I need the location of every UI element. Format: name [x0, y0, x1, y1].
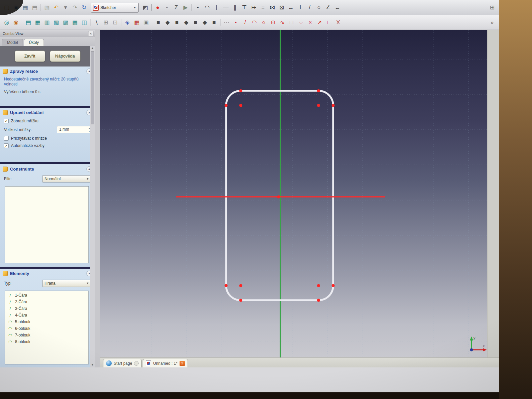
show-grid-checkbox[interactable]: ✓ — [4, 119, 9, 123]
sketch-3d-viewport[interactable]: yx — [100, 30, 487, 357]
view-left-icon[interactable]: ▩ — [70, 18, 79, 27]
grid-size-input[interactable]: 1 mm ▲▼ — [57, 126, 91, 133]
element-line-3[interactable]: / 3-Čára — [5, 305, 88, 312]
constraint-angle-icon[interactable]: ∠ — [324, 3, 333, 12]
constraint-distance-icon[interactable]: / — [305, 3, 314, 12]
sketch-external-icon[interactable]: ↗ — [315, 18, 324, 27]
element-arc-8[interactable]: ◠ 8-oblouk — [5, 338, 88, 345]
constraint-perpendicular-icon[interactable]: ⊤ — [240, 3, 249, 12]
constraint-radius-icon[interactable]: ○ — [314, 3, 324, 12]
workbench-selector[interactable]: Sketcher ▾ — [91, 3, 139, 13]
constraint-vertical-icon[interactable]: | — [212, 3, 221, 12]
macro-edit-icon[interactable]: Z — [172, 3, 181, 12]
sketch-polyline-icon[interactable]: ∿ — [278, 18, 287, 27]
view-bottom-icon[interactable]: ▨ — [61, 18, 70, 27]
scroll-down-icon[interactable]: ▼ — [90, 363, 95, 367]
scroll-up-icon[interactable]: ▲ — [90, 46, 95, 51]
constraint-vertical-distance-icon[interactable]: I — [296, 3, 305, 12]
view-fit-selection-icon[interactable]: ◉ — [11, 18, 21, 27]
element-line-1[interactable]: / 1-Čára — [5, 292, 88, 299]
nav-cube-left-icon[interactable]: ■ — [209, 18, 219, 27]
close-sketch-button[interactable]: Zavřít — [15, 51, 45, 62]
elements-type-select[interactable]: Hrana ▼ — [42, 280, 91, 287]
tab-model[interactable]: Model — [2, 39, 23, 46]
constraint-parallel-icon[interactable]: ∥ — [230, 3, 240, 12]
constraint-point-on-object-icon[interactable]: ↦ — [249, 3, 258, 12]
tab-unnamed-document[interactable]: Unnamed : 1* x — [143, 359, 188, 367]
print-icon[interactable]: ▤ — [30, 3, 39, 12]
solver-dof-message[interactable]: Nedostatečně zavazbený náčrt: 20 stupňů … — [0, 75, 95, 87]
constraints-header[interactable]: Constraints ▲ — [0, 164, 95, 173]
undo-dropdown-icon[interactable]: ▾ — [61, 3, 70, 12]
help-button[interactable]: Nápověda — [50, 51, 80, 62]
undo-icon[interactable]: ↶ — [52, 3, 61, 12]
view-fit-all-icon[interactable]: ◎ — [2, 18, 11, 27]
nav-cube-rear-icon[interactable]: ■ — [191, 18, 200, 27]
nav-cube-bottom-icon[interactable]: ◆ — [200, 18, 209, 27]
view-top-icon[interactable]: ▦ — [33, 18, 42, 27]
redo-icon[interactable]: ↷ — [70, 3, 79, 12]
texture-icon[interactable]: ⊞ — [101, 18, 110, 27]
close-tab-icon[interactable] — [134, 361, 139, 366]
draw-style-icon[interactable]: ∖ — [92, 18, 101, 27]
sketch-point-icon[interactable]: • — [231, 18, 240, 27]
elements-header[interactable]: Elementy ▲ — [0, 269, 95, 278]
auto-constraints-checkbox[interactable]: ✓ — [4, 143, 9, 148]
tab-start-page[interactable]: Start page — [103, 359, 142, 367]
view-axonometric-icon[interactable]: ◫ — [79, 18, 89, 27]
macro-record-icon[interactable]: ● — [153, 3, 162, 12]
sketch-circle-icon[interactable]: ○ — [259, 18, 268, 27]
nav-cube-right-icon[interactable]: ◆ — [182, 18, 191, 27]
paste-icon[interactable]: ▧ — [42, 3, 52, 12]
view-right-icon[interactable]: ▥ — [42, 18, 52, 27]
edit-controls-header[interactable]: Upravit ovládání ▲ — [0, 108, 95, 117]
constraint-coincident-icon[interactable]: • — [193, 3, 202, 12]
view-rear-icon[interactable]: ▧ — [52, 18, 61, 27]
refresh-icon[interactable]: ↻ — [79, 3, 89, 12]
sketch-conic-icon[interactable]: ⊙ — [268, 18, 278, 27]
grid-snap-checkbox[interactable]: ✓ — [4, 136, 9, 141]
nav-cube-front-icon[interactable]: ◆ — [163, 18, 172, 27]
element-line-2[interactable]: / 2-Čára — [5, 299, 88, 305]
macro-stop-icon[interactable]: ▪ — [162, 3, 172, 12]
element-line-4[interactable]: / 4-Čára — [5, 312, 88, 319]
constraint-equal-icon[interactable]: = — [258, 3, 268, 12]
sketch-delete-icon[interactable]: X — [333, 18, 343, 27]
panel-toggle-icon[interactable]: » — [487, 18, 497, 27]
sketch-construction-icon[interactable]: ∟ — [324, 18, 333, 27]
window-arrange-icon[interactable]: ⊞ — [487, 3, 497, 12]
tab-tasks[interactable]: Úkoly — [24, 39, 44, 46]
new-sketch-icon[interactable]: ▦ — [132, 18, 141, 27]
constraint-horizontal-distance-icon[interactable]: ↔ — [286, 3, 296, 12]
constraint-horizontal-icon[interactable]: — — [221, 3, 230, 12]
constraint-tangent-icon[interactable]: ◠ — [202, 3, 212, 12]
sketch-line-icon[interactable]: / — [240, 18, 250, 27]
element-arc-7[interactable]: ◠ 7-oblouk — [5, 332, 88, 338]
whats-this-icon[interactable]: ◩ — [141, 3, 150, 12]
panel-splitter[interactable] — [95, 30, 100, 367]
map-sketch-icon[interactable]: ▣ — [141, 18, 151, 27]
sketch-arc-icon[interactable]: ◠ — [250, 18, 259, 27]
nav-cube-iso-icon[interactable]: ■ — [154, 18, 163, 27]
element-arc-6[interactable]: ◠ 6-oblouk — [5, 325, 88, 332]
solver-messages-header[interactable]: Zprávy řešiče ▲ — [0, 66, 95, 75]
sketch-rectangle-icon[interactable]: □ — [287, 18, 296, 27]
constraints-filter-select[interactable]: Normální ▼ — [42, 175, 91, 183]
view-front-icon[interactable]: ▤ — [24, 18, 33, 27]
sketch-trim-icon[interactable]: × — [306, 18, 315, 27]
constraint-symmetric-icon[interactable]: ⋈ — [268, 3, 277, 12]
overflow-dots-icon[interactable]: ⋯ — [222, 18, 231, 27]
constraint-select-icon[interactable]: ← — [333, 3, 342, 12]
select-plane-icon[interactable]: ◈ — [123, 18, 132, 27]
sketch-fillet-icon[interactable]: ⌣ — [296, 18, 306, 27]
close-panel-icon[interactable]: × — [88, 31, 93, 36]
constraints-list[interactable] — [5, 186, 89, 263]
combo-view-scrollbar[interactable]: ▲ ▼ — [90, 46, 95, 367]
element-arc-5[interactable]: ◠ 5-oblouk — [5, 319, 88, 325]
scrollbar-thumb[interactable] — [91, 51, 94, 124]
document-status-icon[interactable]: x — [180, 361, 185, 366]
macro-play-icon[interactable]: ▶ — [181, 3, 190, 12]
nav-cube-top-icon[interactable]: ■ — [172, 18, 182, 27]
constraint-lock-icon[interactable]: ⊠ — [277, 3, 286, 12]
sketch-canvas[interactable]: yx — [100, 30, 487, 357]
